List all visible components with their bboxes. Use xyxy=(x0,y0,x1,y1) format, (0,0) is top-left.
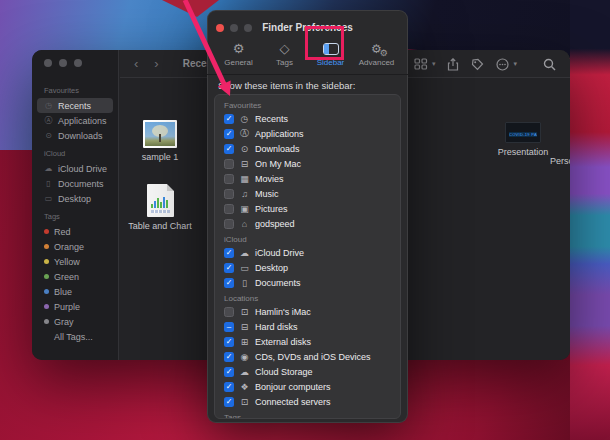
unchecked-checkbox[interactable] xyxy=(224,174,234,184)
close-button[interactable] xyxy=(44,59,52,67)
sidebar-item-purple[interactable]: Purple xyxy=(37,299,113,314)
finder-toolbar-icons: ▾ ▾ xyxy=(414,50,556,78)
clock-icon: ◷ xyxy=(44,101,53,110)
document-icon: ▯ xyxy=(239,278,250,288)
file-item[interactable]: Personal Savings xyxy=(550,118,570,166)
sidebar-item-desktop[interactable]: ▭Desktop xyxy=(37,191,113,206)
checked-checkbox[interactable]: ✓ xyxy=(224,367,234,377)
tab-label: Sidebar xyxy=(317,58,345,67)
sidebar-item-label: Recents xyxy=(58,101,91,111)
sidebar-item-icloud-drive[interactable]: ☁iCloud Drive xyxy=(37,161,113,176)
item-label: External disks xyxy=(255,337,311,347)
chevron-down-icon[interactable]: ▾ xyxy=(513,60,517,68)
sidebar-pref-row: ✓⊡Connected servers xyxy=(224,394,400,409)
sidebar-item-blue[interactable]: Blue xyxy=(37,284,113,299)
sidebar-pref-row: ✓ⒶApplications xyxy=(224,126,400,141)
sidebar-item-documents[interactable]: ▯Documents xyxy=(37,176,113,191)
sidebar-pref-row: ⌂godspeed xyxy=(224,216,400,231)
cloud-icon: ☁ xyxy=(239,367,250,377)
mac-folder-icon: ⊟ xyxy=(239,159,250,169)
mixed-checkbox[interactable]: – xyxy=(224,322,234,332)
slide-thumbnail: COVID-19 PANDEMIC xyxy=(505,122,541,143)
tab-tags[interactable]: ◇Tags xyxy=(265,37,305,74)
checked-checkbox[interactable]: ✓ xyxy=(224,263,234,273)
tab-label: Tags xyxy=(276,58,293,67)
more-icon[interactable] xyxy=(496,58,509,71)
item-label: Cloud Storage xyxy=(255,367,313,377)
movies-icon: ▦ xyxy=(239,174,250,184)
gear-icon: ⚙ xyxy=(233,40,245,57)
finder-preferences-window[interactable]: Finder Preferences ⚙General◇TagsSidebar⚙… xyxy=(207,10,408,423)
sidebar-item-green[interactable]: Green xyxy=(37,269,113,284)
tab-sidebar[interactable]: Sidebar xyxy=(311,37,351,74)
tag-icon: ◇ xyxy=(280,40,290,57)
file-name: Table and Chart xyxy=(125,221,195,231)
minimize-button[interactable] xyxy=(59,59,67,67)
pictures-icon: ▣ xyxy=(239,204,250,214)
unchecked-checkbox[interactable] xyxy=(224,204,234,214)
checked-checkbox[interactable]: ✓ xyxy=(224,382,234,392)
file-item[interactable]: sample 1 xyxy=(125,120,195,162)
checked-checkbox[interactable]: ✓ xyxy=(224,129,234,139)
sidebar-item-all-tags-[interactable]: All Tags... xyxy=(37,329,113,344)
file-item[interactable]: Table and Chart xyxy=(125,184,195,231)
sidebar-item-orange[interactable]: Orange xyxy=(37,239,113,254)
sidebar-item-applications[interactable]: ⒶApplications xyxy=(37,113,113,128)
tag-dot xyxy=(44,304,49,309)
sidebar-item-label: Orange xyxy=(54,242,84,252)
sidebar-item-label: Downloads xyxy=(58,131,103,141)
unchecked-checkbox[interactable] xyxy=(224,219,234,229)
zoom-button[interactable] xyxy=(74,59,82,67)
sidebar-pref-row: ✓◉CDs, DVDs and iOS Devices xyxy=(224,349,400,364)
tag-dot xyxy=(44,289,49,294)
document-icon: ▯ xyxy=(44,179,53,188)
checked-checkbox[interactable]: ✓ xyxy=(224,352,234,362)
checked-checkbox[interactable]: ✓ xyxy=(224,144,234,154)
tab-general[interactable]: ⚙General xyxy=(219,37,259,74)
checked-checkbox[interactable]: ✓ xyxy=(224,337,234,347)
view-grid-icon[interactable] xyxy=(414,58,428,70)
back-forward-buttons[interactable]: ‹› xyxy=(134,56,175,71)
sidebar-item-red[interactable]: Red xyxy=(37,224,113,239)
search-icon[interactable] xyxy=(543,58,556,71)
sidebar-pref-row: ⊟On My Mac xyxy=(224,156,400,171)
external-disk-icon: ⊞ xyxy=(239,337,250,347)
unchecked-checkbox[interactable] xyxy=(224,159,234,169)
share-icon[interactable] xyxy=(447,58,459,71)
sidebar-item-gray[interactable]: Gray xyxy=(37,314,113,329)
gears-icon: ⚙⚙ xyxy=(371,40,382,57)
checked-checkbox[interactable]: ✓ xyxy=(224,248,234,258)
sidebar-item-label: Yellow xyxy=(54,257,80,267)
checked-checkbox[interactable]: ✓ xyxy=(224,278,234,288)
tab-advanced[interactable]: ⚙⚙Advanced xyxy=(357,37,397,74)
section-label: iCloud xyxy=(224,233,400,245)
item-label: Documents xyxy=(255,278,301,288)
chevron-down-icon[interactable]: ▾ xyxy=(432,60,436,68)
sidebar-item-recents[interactable]: ◷Recents xyxy=(37,98,113,113)
checked-checkbox[interactable]: ✓ xyxy=(224,114,234,124)
sidebar-item-label: Desktop xyxy=(58,194,91,204)
item-label: Applications xyxy=(255,129,304,139)
tag-icon[interactable] xyxy=(471,58,484,71)
wallpaper-right-waves xyxy=(570,0,610,440)
sidebar-item-downloads[interactable]: ⊙Downloads xyxy=(37,128,113,143)
sidebar-item-label: Green xyxy=(54,272,79,282)
sidebar-item-label: Blue xyxy=(54,287,72,297)
checked-checkbox[interactable]: ✓ xyxy=(224,397,234,407)
item-label: Bonjour computers xyxy=(255,382,331,392)
item-label: Desktop xyxy=(255,263,288,273)
unchecked-checkbox[interactable] xyxy=(224,189,234,199)
file-item[interactable]: COVID-19 PANDEMICPresentation xyxy=(488,122,558,157)
cd-icon: ◉ xyxy=(239,352,250,362)
sidebar-pref-row: ▦Movies xyxy=(224,171,400,186)
sidebar-item-label: Red xyxy=(54,227,71,237)
sidebar-item-yellow[interactable]: Yellow xyxy=(37,254,113,269)
file-name: Personal Savings xyxy=(550,156,570,166)
sidebar-pref-row: ✓⊞External disks xyxy=(224,334,400,349)
section-label: Favourites xyxy=(224,99,400,111)
unchecked-checkbox[interactable] xyxy=(224,307,234,317)
finder-traffic-lights[interactable] xyxy=(44,59,82,67)
sidebar-section-label: Tags xyxy=(32,206,118,224)
sidebar-section-label: Favourites xyxy=(32,80,118,98)
photo-thumbnail xyxy=(143,120,177,148)
